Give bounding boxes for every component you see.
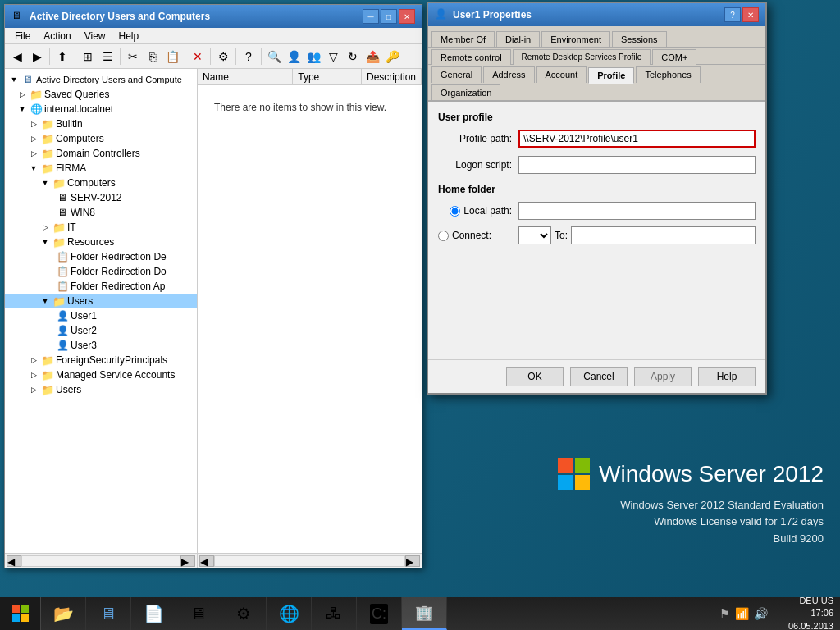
resources-toggle[interactable]: ▼ bbox=[39, 236, 51, 248]
sidebar-item-win8[interactable]: 🖥 WIN8 bbox=[5, 205, 197, 220]
sidebar-item-msa[interactable]: ▷ 📁 Managed Service Accounts bbox=[5, 368, 197, 382]
taskbar-explorer[interactable]: 📂 bbox=[41, 597, 86, 630]
tab-profile[interactable]: Profile bbox=[588, 67, 634, 84]
tb-copy[interactable]: ⎘ bbox=[144, 48, 162, 66]
apply-button[interactable]: Apply bbox=[634, 367, 692, 386]
tb-views[interactable]: ⊞ bbox=[79, 48, 97, 66]
tb-delegate[interactable]: 🔑 bbox=[383, 48, 401, 66]
sidebar-item-computers-l2[interactable]: ▷ 📁 Computers bbox=[5, 131, 197, 146]
tb-help[interactable]: ? bbox=[240, 48, 258, 66]
firma-toggle[interactable]: ▼ bbox=[28, 162, 39, 174]
sidebar-item-saved-queries[interactable]: ▷ 📁 Saved Queries bbox=[5, 87, 197, 102]
taskbar-ad-window[interactable]: 🏢 bbox=[402, 597, 447, 630]
tb-delete[interactable]: ✕ bbox=[189, 48, 207, 66]
it-toggle[interactable]: ▷ bbox=[39, 221, 51, 233]
menu-view[interactable]: View bbox=[78, 29, 112, 43]
taskbar-network[interactable]: 🌐 bbox=[267, 597, 312, 630]
firma-users-toggle[interactable]: ▼ bbox=[39, 295, 51, 307]
tb-refresh[interactable]: ↻ bbox=[344, 48, 362, 66]
sidebar-item-users-domain[interactable]: ▷ 📁 Users bbox=[5, 382, 197, 397]
taskbar-my-computer[interactable]: 🖥 bbox=[176, 597, 221, 630]
saved-queries-toggle[interactable]: ▷ bbox=[16, 89, 28, 100]
local-path-radio[interactable] bbox=[450, 206, 460, 217]
sidebar-item-user3[interactable]: 👤 User3 bbox=[5, 338, 197, 353]
connect-drive-select[interactable] bbox=[518, 226, 551, 244]
root-toggle[interactable]: ▼ bbox=[8, 74, 20, 85]
list-scroll-right[interactable]: ▶ bbox=[405, 555, 420, 567]
connect-path-input[interactable] bbox=[571, 226, 756, 244]
sidebar-item-frd3[interactable]: 📋 Folder Redirection Ap bbox=[5, 279, 197, 294]
sidebar-item-user2[interactable]: 👤 User2 bbox=[5, 323, 197, 338]
close-button[interactable]: ✕ bbox=[399, 9, 415, 24]
sidebar-item-resources[interactable]: ▼ 📁 Resources bbox=[5, 235, 197, 249]
users-domain-toggle[interactable]: ▷ bbox=[28, 384, 39, 395]
sidebar-item-frd2[interactable]: 📋 Folder Redirection Do bbox=[5, 264, 197, 279]
computers-l2-toggle[interactable]: ▷ bbox=[28, 133, 39, 144]
firma-computers-toggle[interactable]: ▼ bbox=[39, 177, 51, 189]
tab-sessions[interactable]: Sessions bbox=[612, 31, 667, 47]
sidebar-item-it[interactable]: ▷ 📁 IT bbox=[5, 220, 197, 235]
ok-button[interactable]: OK bbox=[506, 367, 564, 386]
tb-properties[interactable]: ⚙ bbox=[214, 48, 232, 66]
connect-radio[interactable] bbox=[438, 231, 449, 241]
sidebar-item-fsp[interactable]: ▷ 📁 ForeignSecurityPrincipals bbox=[5, 353, 197, 368]
local-path-input[interactable] bbox=[518, 202, 756, 220]
taskbar-cmd[interactable]: C: bbox=[357, 597, 402, 630]
tree-root[interactable]: ▼ 🖥 Active Directory Users and Compute bbox=[5, 72, 197, 87]
taskbar-server-manager[interactable]: 🖧 bbox=[312, 597, 357, 630]
sidebar-item-firma-users[interactable]: ▼ 📁 Users bbox=[5, 294, 197, 308]
tab-member-of[interactable]: Member Of bbox=[431, 31, 495, 47]
tab-address[interactable]: Address bbox=[483, 66, 534, 83]
list-scroll-left[interactable]: ◀ bbox=[199, 555, 214, 567]
maximize-button[interactable]: □ bbox=[381, 9, 397, 24]
sidebar-item-user1[interactable]: 👤 User1 bbox=[5, 308, 197, 323]
fsp-toggle[interactable]: ▷ bbox=[28, 354, 39, 366]
tab-telephones[interactable]: Telephones bbox=[636, 66, 700, 83]
tb-new-user[interactable]: 👤 bbox=[285, 48, 303, 66]
domain-toggle[interactable]: ▼ bbox=[16, 103, 28, 115]
list-scroll-track[interactable] bbox=[214, 555, 405, 567]
profile-path-input[interactable] bbox=[518, 130, 756, 148]
tab-rdp[interactable]: Remote Desktop Services Profile bbox=[513, 49, 651, 65]
col-description[interactable]: Description bbox=[362, 69, 422, 84]
cancel-button[interactable]: Cancel bbox=[570, 367, 628, 386]
tb-export[interactable]: 📤 bbox=[363, 48, 381, 66]
tb-up[interactable]: ⬆ bbox=[53, 48, 71, 66]
logon-script-input[interactable] bbox=[518, 156, 756, 174]
builtin-toggle[interactable]: ▷ bbox=[28, 118, 39, 130]
dialog-close-button[interactable]: ✕ bbox=[742, 7, 759, 22]
sidebar-item-firma-computers[interactable]: ▼ 📁 Computers bbox=[5, 176, 197, 190]
tb-filter[interactable]: ▽ bbox=[324, 48, 342, 66]
msa-toggle[interactable]: ▷ bbox=[28, 369, 39, 381]
scroll-left-btn[interactable]: ◀ bbox=[7, 555, 21, 567]
scroll-right-btn[interactable]: ▶ bbox=[180, 555, 195, 567]
tb-details[interactable]: ☰ bbox=[98, 48, 116, 66]
minimize-button[interactable]: ─ bbox=[363, 9, 379, 24]
tab-dial-in[interactable]: Dial-in bbox=[496, 31, 540, 47]
col-type[interactable]: Type bbox=[293, 69, 362, 84]
dc-toggle[interactable]: ▷ bbox=[28, 148, 39, 159]
tab-organization[interactable]: Organization bbox=[431, 84, 500, 100]
tab-remote-control[interactable]: Remote control bbox=[431, 49, 511, 65]
tab-environment[interactable]: Environment bbox=[541, 31, 610, 47]
sidebar-item-firma[interactable]: ▼ 📁 FIRMA bbox=[5, 161, 197, 176]
tb-forward[interactable]: ▶ bbox=[28, 48, 46, 66]
taskbar-powershell[interactable]: 🖥 bbox=[86, 597, 131, 630]
dialog-help-button[interactable]: ? bbox=[724, 7, 741, 22]
tab-general[interactable]: General bbox=[431, 66, 482, 83]
tb-back[interactable]: ◀ bbox=[8, 48, 26, 66]
tree-scrollbar-h[interactable]: ◀ ▶ bbox=[5, 554, 198, 568]
col-name[interactable]: Name bbox=[198, 69, 293, 84]
tb-find[interactable]: 🔍 bbox=[265, 48, 283, 66]
tb-paste[interactable]: 📋 bbox=[163, 48, 181, 66]
tb-cut[interactable]: ✂ bbox=[124, 48, 142, 66]
tab-account[interactable]: Account bbox=[536, 66, 587, 83]
sidebar-item-domain[interactable]: ▼ 🌐 internal.localnet bbox=[5, 102, 197, 116]
start-button[interactable] bbox=[0, 597, 41, 630]
menu-action[interactable]: Action bbox=[37, 29, 77, 43]
tab-com[interactable]: COM+ bbox=[652, 49, 696, 65]
sidebar-item-serv2012[interactable]: 🖥 SERV-2012 bbox=[5, 190, 197, 205]
menu-help[interactable]: Help bbox=[112, 29, 146, 43]
taskbar-settings[interactable]: ⚙ bbox=[221, 597, 267, 630]
menu-file[interactable]: File bbox=[8, 29, 37, 43]
